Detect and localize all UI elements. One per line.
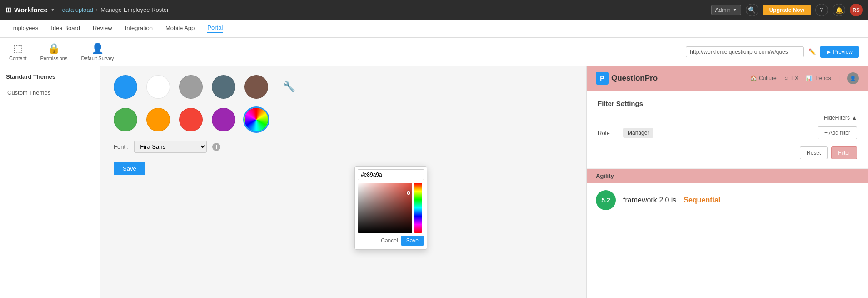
admin-dropdown[interactable]: Admin ▼ [711,5,741,15]
font-label: Font : [114,143,129,150]
logo-text: QuestionQuestionProPro [611,74,658,83]
agility-content: 5.2 framework 2.0 is Sequential [587,190,868,210]
upgrade-button[interactable]: Upgrade Now [763,5,811,15]
toolbar-content-label: Content [9,56,27,61]
toolbar-permissions-label: Permissions [40,56,68,61]
color-hue-strip[interactable] [414,183,422,233]
url-input[interactable] [686,46,804,57]
search-icon[interactable]: 🔍 [746,4,758,16]
font-row: Font : Fira Sans i [114,141,573,153]
color-row-1: 🔧 [114,75,573,99]
filter-button[interactable]: Filter [831,146,857,159]
picker-actions: Cancel Save [355,233,427,246]
avatar[interactable]: RS [850,4,863,16]
admin-label: Admin [715,7,731,13]
nav-divider: | [838,75,840,81]
brand[interactable]: ⊞ Workforce ▼ [5,6,55,14]
preview-header: P QuestionQuestionProPro 🏠 Culture ☺ EX … [587,66,868,91]
color-row-2 [114,108,573,131]
toolbar-content[interactable]: ⬚ Content [9,43,27,61]
role-label: Role [598,130,616,136]
hide-filters-button[interactable]: HideFilters ▲ [824,115,857,121]
theme-circle-white[interactable] [146,75,170,99]
preview-user-avatar[interactable]: 👤 [847,72,859,84]
preview-nav-culture[interactable]: 🏠 Culture [750,75,777,81]
breadcrumb-link[interactable]: data upload [62,6,93,13]
theme-circle-brown[interactable] [244,75,268,99]
main-content: Standard Themes Custom Themes 🔧 Font : F… [0,66,868,298]
second-nav: Employees Idea Board Review Integration … [0,20,868,38]
edit-url-icon[interactable]: ✏️ [808,48,816,55]
theme-circle-red[interactable] [179,108,203,131]
theme-circle-orange[interactable] [146,108,170,131]
picker-cancel-button[interactable]: Cancel [381,236,398,246]
agility-header: Agility [587,169,868,183]
theme-circle-custom[interactable] [244,108,268,131]
content-icon: ⬚ [13,43,23,55]
font-info-icon[interactable]: i [212,143,220,151]
sidebar-standard-themes[interactable]: Standard Themes [0,73,100,86]
theme-circle-purple[interactable] [212,108,235,131]
top-bar: ⊞ Workforce ▼ data upload › Manage Emplo… [0,0,868,20]
color-canvas[interactable] [358,183,424,233]
color-hex-input[interactable] [358,169,424,180]
framework-text: framework 2.0 is [623,196,676,204]
manager-chip[interactable]: Manager [623,128,653,138]
play-icon: ▶ [827,49,831,55]
filter-actions: Reset Filter [598,146,857,159]
nav-item-mobileapp[interactable]: Mobile App [165,25,195,32]
theme-circle-gray[interactable] [179,75,203,99]
nav-item-ideaboard[interactable]: Idea Board [51,25,80,32]
sequential-text: Sequential [683,196,720,204]
theme-circle-green[interactable] [114,108,137,131]
theme-circle-dark-gray[interactable] [212,75,235,99]
color-picker-popup: Cancel Save [354,166,427,250]
hide-filters-row: HideFilters ▲ [598,115,857,121]
color-gradient[interactable] [358,183,412,233]
logo-icon: P [596,72,609,85]
reset-button[interactable]: Reset [800,146,828,159]
notifications-icon[interactable]: 🔔 [833,4,845,16]
left-sidebar: Standard Themes Custom Themes [0,66,100,298]
toolbar-default-survey[interactable]: 👤 Default Survey [81,43,114,61]
toolbar-right: ✏️ ▶ Preview [686,46,859,58]
sidebar-custom-themes[interactable]: Custom Themes [0,86,100,100]
breadcrumb-separator: › [96,6,98,13]
theme-circle-blue[interactable] [114,75,137,99]
themes-area: 🔧 Font : Fira Sans i Save [100,66,586,298]
font-select[interactable]: Fira Sans [134,141,207,153]
toolbar-default-survey-label: Default Survey [81,56,114,61]
preview-button[interactable]: ▶ Preview [820,46,859,58]
wrench-icon[interactable]: 🔧 [277,75,301,99]
agility-label: Agility [596,172,614,179]
right-preview: P QuestionQuestionProPro 🏠 Culture ☺ EX … [586,66,868,298]
color-picker-dot [407,191,410,195]
filter-settings-title: Filter Settings [598,100,857,107]
filter-row: Role Manager + Add filter [598,126,857,139]
toolbar-permissions[interactable]: 🔒 Permissions [40,43,68,61]
preview-nav-ex[interactable]: ☺ EX [784,75,798,81]
picker-save-button[interactable]: Save [401,236,424,246]
brand-label: Workforce [14,6,48,14]
nav-item-portal[interactable]: Portal [207,24,223,33]
filter-settings: Filter Settings HideFilters ▲ Role Manag… [587,91,868,169]
nav-item-employees[interactable]: Employees [9,25,38,32]
brand-dropdown-icon[interactable]: ▼ [50,7,55,12]
agility-section: Agility 5.2 framework 2.0 is Sequential [587,169,868,219]
preview-logo: P QuestionQuestionProPro [596,72,658,85]
help-icon[interactable]: ? [815,4,828,16]
preview-label: Preview [833,49,853,55]
score-badge: 5.2 [596,190,616,210]
preview-nav-trends[interactable]: 📊 Trends [806,75,831,81]
hide-filters-label: HideFilters [824,115,850,121]
permissions-icon: 🔒 [48,43,60,55]
preview-nav-links: 🏠 Culture ☺ EX 📊 Trends | 👤 [750,72,859,84]
nav-item-integration[interactable]: Integration [125,25,153,32]
toolbar: ⬚ Content 🔒 Permissions 👤 Default Survey… [0,38,868,66]
survey-icon: 👤 [91,43,104,55]
add-filter-button[interactable]: + Add filter [818,126,857,139]
nav-item-review[interactable]: Review [93,25,112,32]
save-button[interactable]: Save [114,162,145,175]
breadcrumb: data upload › Manage Employee Roster [62,6,169,13]
breadcrumb-current: Manage Employee Roster [100,6,169,13]
